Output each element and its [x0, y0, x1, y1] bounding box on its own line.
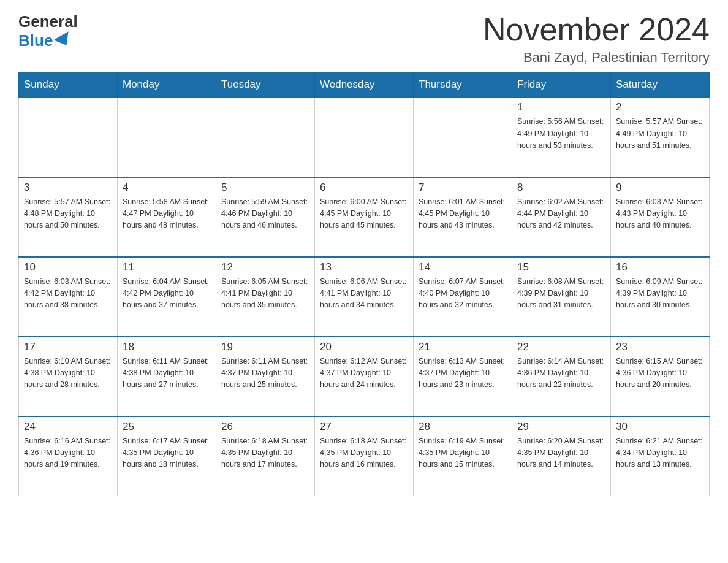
day-info: Sunrise: 6:16 AM Sunset: 4:36 PM Dayligh… [24, 435, 112, 471]
location-title: Bani Zayd, Palestinian Territory [483, 50, 710, 66]
calendar-cell: 21Sunrise: 6:13 AM Sunset: 4:37 PM Dayli… [414, 337, 512, 416]
calendar-cell: 7Sunrise: 6:01 AM Sunset: 4:45 PM Daylig… [414, 177, 512, 257]
calendar-cell: 17Sunrise: 6:10 AM Sunset: 4:38 PM Dayli… [19, 337, 118, 416]
calendar-cell: 26Sunrise: 6:18 AM Sunset: 4:35 PM Dayli… [216, 416, 315, 496]
calendar-cell: 19Sunrise: 6:11 AM Sunset: 4:37 PM Dayli… [216, 337, 315, 416]
day-info: Sunrise: 6:09 AM Sunset: 4:39 PM Dayligh… [616, 276, 704, 312]
logo-triangle-icon [54, 31, 74, 50]
calendar-cell: 12Sunrise: 6:05 AM Sunset: 4:41 PM Dayli… [216, 257, 315, 337]
day-number: 26 [221, 421, 309, 433]
day-number: 14 [419, 261, 507, 274]
calendar-cell: 10Sunrise: 6:03 AM Sunset: 4:42 PM Dayli… [19, 257, 118, 337]
day-info: Sunrise: 6:18 AM Sunset: 4:35 PM Dayligh… [320, 435, 408, 471]
day-number: 4 [123, 182, 211, 194]
day-info: Sunrise: 6:13 AM Sunset: 4:37 PM Dayligh… [419, 356, 507, 391]
day-info: Sunrise: 6:10 AM Sunset: 4:38 PM Dayligh… [24, 356, 112, 391]
day-info: Sunrise: 6:11 AM Sunset: 4:37 PM Dayligh… [221, 356, 309, 391]
day-number: 21 [419, 341, 507, 353]
month-title: November 2024 [483, 12, 710, 47]
day-number: 24 [24, 421, 112, 433]
day-number: 6 [320, 182, 408, 194]
calendar-cell: 27Sunrise: 6:18 AM Sunset: 4:35 PM Dayli… [315, 416, 414, 496]
calendar-cell: 8Sunrise: 6:02 AM Sunset: 4:44 PM Daylig… [512, 177, 611, 257]
day-number: 12 [221, 261, 309, 274]
day-info: Sunrise: 6:02 AM Sunset: 4:44 PM Dayligh… [517, 196, 605, 232]
day-info: Sunrise: 6:00 AM Sunset: 4:45 PM Dayligh… [320, 196, 408, 232]
day-info: Sunrise: 5:57 AM Sunset: 4:49 PM Dayligh… [616, 116, 704, 151]
day-info: Sunrise: 6:15 AM Sunset: 4:36 PM Dayligh… [616, 356, 704, 391]
weekday-header-sunday: Sunday [19, 72, 118, 98]
day-number: 2 [616, 101, 704, 113]
day-number: 29 [517, 421, 605, 433]
weekday-header-monday: Monday [118, 72, 216, 98]
weekday-header-tuesday: Tuesday [216, 72, 315, 98]
day-number: 9 [616, 182, 704, 194]
calendar-cell: 23Sunrise: 6:15 AM Sunset: 4:36 PM Dayli… [611, 337, 710, 416]
day-number: 30 [616, 421, 704, 433]
day-info: Sunrise: 6:03 AM Sunset: 4:42 PM Dayligh… [24, 276, 112, 312]
calendar-cell [19, 98, 118, 177]
calendar-cell: 25Sunrise: 6:17 AM Sunset: 4:35 PM Dayli… [118, 416, 216, 496]
day-info: Sunrise: 6:19 AM Sunset: 4:35 PM Dayligh… [419, 435, 507, 471]
calendar-week-5: 24Sunrise: 6:16 AM Sunset: 4:36 PM Dayli… [19, 416, 710, 496]
calendar-cell: 13Sunrise: 6:06 AM Sunset: 4:41 PM Dayli… [315, 257, 414, 337]
calendar-cell: 18Sunrise: 6:11 AM Sunset: 4:38 PM Dayli… [118, 337, 216, 416]
day-number: 13 [320, 261, 408, 274]
day-info: Sunrise: 6:04 AM Sunset: 4:42 PM Dayligh… [123, 276, 211, 312]
day-info: Sunrise: 6:14 AM Sunset: 4:36 PM Dayligh… [517, 356, 605, 391]
calendar-cell: 14Sunrise: 6:07 AM Sunset: 4:40 PM Dayli… [414, 257, 512, 337]
weekday-header-saturday: Saturday [611, 72, 710, 98]
calendar-cell [414, 98, 512, 177]
day-number: 10 [24, 261, 112, 274]
day-info: Sunrise: 6:08 AM Sunset: 4:39 PM Dayligh… [517, 276, 605, 312]
calendar-header-row: SundayMondayTuesdayWednesdayThursdayFrid… [19, 72, 710, 98]
day-info: Sunrise: 6:06 AM Sunset: 4:41 PM Dayligh… [320, 276, 408, 312]
weekday-header-wednesday: Wednesday [315, 72, 414, 98]
day-info: Sunrise: 5:56 AM Sunset: 4:49 PM Dayligh… [517, 116, 605, 151]
day-number: 19 [221, 341, 309, 353]
day-number: 25 [123, 421, 211, 433]
calendar-cell: 4Sunrise: 5:58 AM Sunset: 4:47 PM Daylig… [118, 177, 216, 257]
calendar-cell: 15Sunrise: 6:08 AM Sunset: 4:39 PM Dayli… [512, 257, 611, 337]
day-info: Sunrise: 6:11 AM Sunset: 4:38 PM Dayligh… [123, 356, 211, 391]
day-number: 3 [24, 182, 112, 194]
day-info: Sunrise: 5:57 AM Sunset: 4:48 PM Dayligh… [24, 196, 112, 232]
day-number: 5 [221, 182, 309, 194]
calendar-week-3: 10Sunrise: 6:03 AM Sunset: 4:42 PM Dayli… [19, 257, 710, 337]
calendar-week-4: 17Sunrise: 6:10 AM Sunset: 4:38 PM Dayli… [19, 337, 710, 416]
day-number: 15 [517, 261, 605, 274]
day-number: 20 [320, 341, 408, 353]
calendar-cell: 6Sunrise: 6:00 AM Sunset: 4:45 PM Daylig… [315, 177, 414, 257]
day-info: Sunrise: 6:21 AM Sunset: 4:34 PM Dayligh… [616, 435, 704, 471]
calendar-cell [315, 98, 414, 177]
day-info: Sunrise: 6:12 AM Sunset: 4:37 PM Dayligh… [320, 356, 408, 391]
day-number: 22 [517, 341, 605, 353]
day-info: Sunrise: 5:59 AM Sunset: 4:46 PM Dayligh… [221, 196, 309, 232]
calendar-cell [216, 98, 315, 177]
calendar-week-2: 3Sunrise: 5:57 AM Sunset: 4:48 PM Daylig… [19, 177, 710, 257]
calendar-cell: 1Sunrise: 5:56 AM Sunset: 4:49 PM Daylig… [512, 98, 611, 177]
calendar-cell: 24Sunrise: 6:16 AM Sunset: 4:36 PM Dayli… [19, 416, 118, 496]
day-info: Sunrise: 6:01 AM Sunset: 4:45 PM Dayligh… [419, 196, 507, 232]
calendar-cell: 30Sunrise: 6:21 AM Sunset: 4:34 PM Dayli… [611, 416, 710, 496]
day-info: Sunrise: 6:18 AM Sunset: 4:35 PM Dayligh… [221, 435, 309, 471]
day-number: 11 [123, 261, 211, 274]
logo-general-text: General [18, 12, 78, 31]
logo: General Blue [18, 12, 78, 50]
day-number: 16 [616, 261, 704, 274]
calendar-cell: 29Sunrise: 6:20 AM Sunset: 4:35 PM Dayli… [512, 416, 611, 496]
day-info: Sunrise: 5:58 AM Sunset: 4:47 PM Dayligh… [123, 196, 211, 232]
calendar-cell: 16Sunrise: 6:09 AM Sunset: 4:39 PM Dayli… [611, 257, 710, 337]
day-number: 8 [517, 182, 605, 194]
day-number: 7 [419, 182, 507, 194]
title-block: November 2024 Bani Zayd, Palestinian Ter… [483, 12, 710, 66]
calendar-table: SundayMondayTuesdayWednesdayThursdayFrid… [18, 72, 710, 496]
calendar-cell: 20Sunrise: 6:12 AM Sunset: 4:37 PM Dayli… [315, 337, 414, 416]
weekday-header-friday: Friday [512, 72, 611, 98]
calendar-week-1: 1Sunrise: 5:56 AM Sunset: 4:49 PM Daylig… [19, 98, 710, 177]
day-number: 18 [123, 341, 211, 353]
logo-blue-text: Blue [18, 31, 72, 50]
day-info: Sunrise: 6:07 AM Sunset: 4:40 PM Dayligh… [419, 276, 507, 312]
day-info: Sunrise: 6:05 AM Sunset: 4:41 PM Dayligh… [221, 276, 309, 312]
calendar-cell: 5Sunrise: 5:59 AM Sunset: 4:46 PM Daylig… [216, 177, 315, 257]
